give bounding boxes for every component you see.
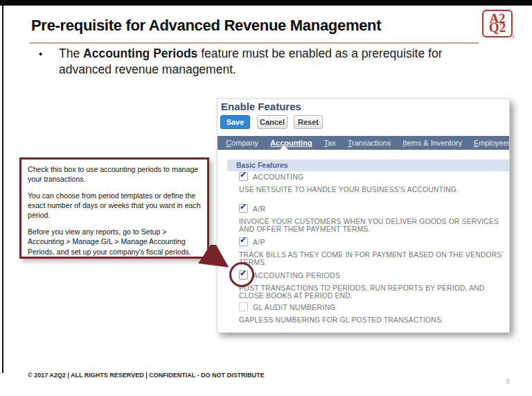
page-number: 3 xyxy=(506,377,509,385)
feature-description: TRACK BILLS AS THEY COME IN FOR PAYMENT … xyxy=(239,251,506,266)
reset-button[interactable]: Reset xyxy=(294,115,323,129)
bullet-item: • The Accounting Periods feature must be… xyxy=(39,46,475,78)
registered-mark: ® xyxy=(512,35,515,39)
checkmark-icon: ✔ xyxy=(240,170,247,180)
feature-label: GL AUDIT NUMBERING xyxy=(253,303,336,311)
checkbox-accounting-periods[interactable]: ✔ xyxy=(239,270,248,279)
left-frame-line xyxy=(2,6,3,373)
section-header: Basic Features xyxy=(227,160,510,171)
active-tab-caret-icon xyxy=(280,145,288,150)
copyright-footer: © 2017 A2Q2 | ALL RIGHTS RESERVED | CONF… xyxy=(28,372,265,379)
slide: Pre-requisite for Advanced Revenue Manag… xyxy=(0,0,532,396)
tab-accounting[interactable]: Accounting xyxy=(270,139,312,147)
checkmark-icon: ✔ xyxy=(240,202,247,212)
feature-ap: ✔ A/P TRACK BILLS AS THEY COME IN FOR PA… xyxy=(239,237,506,266)
bullet-text: The Accounting Periods feature must be e… xyxy=(59,46,475,78)
page-title: Pre-requisite for Advanced Revenue Manag… xyxy=(31,17,488,35)
callout-paragraph: Before you view any reports, go to Setup… xyxy=(28,227,201,256)
feature-tabs: Company Accounting Tax Transactions Item… xyxy=(218,136,510,150)
netsuite-screenshot: Enable Features Save Cancel Reset Compan… xyxy=(217,98,510,333)
title-underline xyxy=(30,42,479,44)
feature-description: USE NETSUITE TO HANDLE YOUR BUSINESS'S A… xyxy=(239,186,506,193)
checkbox-ar[interactable]: ✔ xyxy=(239,204,248,213)
feature-gl-audit-numbering: GL AUDIT NUMBERING GAPLESS NUMBERING FOR… xyxy=(239,302,506,324)
tab-tax[interactable]: Tax xyxy=(324,139,336,147)
tab-items-inventory[interactable]: Items & Inventory xyxy=(402,139,462,147)
feature-description: INVOICE YOUR CUSTOMERS WHEN YOU DELIVER … xyxy=(239,218,506,233)
checkmark-icon: ✔ xyxy=(240,235,247,245)
callout-paragraph: Check this box to use accounting periods… xyxy=(28,164,201,184)
bullet-text-pre: The xyxy=(59,46,83,60)
save-button[interactable]: Save xyxy=(220,115,250,129)
callout-box: Check this box to use accounting periods… xyxy=(19,157,209,259)
checkbox-gl-audit-numbering[interactable] xyxy=(239,302,248,311)
feature-description: GAPLESS NUMBERING FOR GL POSTED TRANSACT… xyxy=(239,316,506,324)
tab-transactions[interactable]: Transactions xyxy=(348,139,391,147)
cancel-button[interactable]: Cancel xyxy=(257,115,287,129)
feature-label: ACCOUNTING xyxy=(253,173,304,181)
a2q2-logo: A2 Q2 xyxy=(482,10,513,37)
feature-description: POST TRANSACTIONS TO PERIODS, RUN REPORT… xyxy=(239,284,506,300)
checkbox-ap[interactable]: ✔ xyxy=(239,237,248,246)
tab-employees[interactable]: Employees xyxy=(474,139,510,147)
top-black-bar xyxy=(0,0,532,6)
bullet-text-bold: Accounting Periods xyxy=(83,46,197,60)
bullet-icon: • xyxy=(39,46,59,78)
feature-label: ACCOUNTING PERIODS xyxy=(253,271,340,279)
feature-accounting: ✔ ACCOUNTING USE NETSUITE TO HANDLE YOUR… xyxy=(239,172,506,193)
tab-company[interactable]: Company xyxy=(226,139,258,147)
feature-label: A/R xyxy=(253,205,265,213)
callout-paragraph: You can choose from period templates or … xyxy=(28,191,201,220)
checkmark-icon: ✔ xyxy=(240,268,247,278)
feature-ar: ✔ A/R INVOICE YOUR CUSTOMERS WHEN YOU DE… xyxy=(239,204,506,233)
feature-label: A/P xyxy=(253,238,265,246)
enable-features-heading: Enable Features xyxy=(221,101,301,112)
logo-line2: Q2 xyxy=(484,22,511,33)
feature-accounting-periods: ✔ ACCOUNTING PERIODS POST TRANSACTIONS T… xyxy=(239,270,506,300)
checkbox-accounting[interactable]: ✔ xyxy=(239,172,248,181)
